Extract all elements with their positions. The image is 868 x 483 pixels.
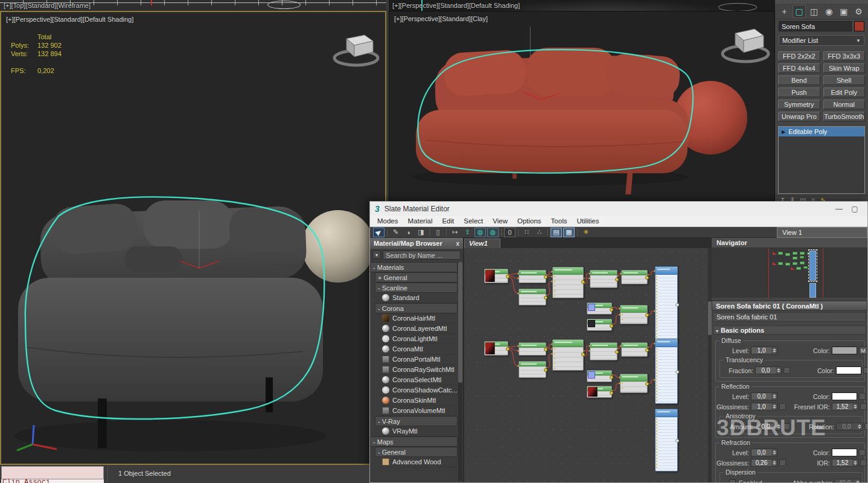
maxscript-listener-line[interactable]: Clip Associ <box>1 479 104 483</box>
spinner-arrows[interactable] <box>852 459 858 466</box>
navigator-node[interactable] <box>785 253 790 256</box>
modifier-button-symmetry[interactable]: Symmetry <box>778 100 820 109</box>
stack-item[interactable]: ▶Editable Poly <box>779 127 864 136</box>
map-node[interactable] <box>621 270 648 284</box>
configure-modifier-sets-icon[interactable]: ✎ <box>820 197 826 202</box>
map-node[interactable] <box>620 305 648 324</box>
input-slots[interactable] <box>656 348 657 402</box>
navigator-title[interactable]: Navigator <box>712 238 867 248</box>
navigator-node[interactable] <box>800 252 805 255</box>
sofa-object-clay[interactable] <box>411 46 773 194</box>
maximize-button[interactable]: ▢ <box>847 205 863 213</box>
modifier-button-push[interactable]: Push <box>778 88 820 97</box>
display-tab-icon[interactable]: ▣ <box>837 5 851 18</box>
search-options-dropdown[interactable]: ▼ <box>372 251 381 259</box>
top-viewport-label[interactable]: [+][Top][Standard][Wireframe] <box>4 2 91 9</box>
map-slot-button[interactable] <box>864 423 867 430</box>
viewport-label[interactable]: [+][Perspective][Standard][Default Shadi… <box>6 16 133 23</box>
spinner-field[interactable]: 1,0 <box>751 403 777 411</box>
search-input[interactable]: Search by Name ... <box>383 251 461 260</box>
tree-item[interactable]: CoronaRaySwitchMtl <box>380 365 458 375</box>
tree-item[interactable]: CoronaVolumeMtl <box>380 406 458 416</box>
navigator-minimap[interactable] <box>712 248 867 298</box>
spinner-arrows[interactable] <box>771 449 777 456</box>
menu-view[interactable]: View <box>488 217 512 225</box>
spinner-field[interactable]: 0,0 <box>755 423 782 430</box>
map-button[interactable]: M <box>859 347 867 354</box>
tree-item[interactable]: CoronaLayeredMtl <box>380 324 458 334</box>
window-titlebar[interactable]: 3 Slate Material Editor — ▢ <box>370 202 867 216</box>
menu-tools[interactable]: Tools <box>546 217 572 225</box>
map-node[interactable] <box>552 267 584 298</box>
material-id-channel-icon[interactable]: 0 <box>504 228 515 237</box>
map-slot-button[interactable] <box>860 403 867 410</box>
modifier-stack[interactable]: ▶Editable Poly <box>778 126 865 194</box>
put-to-library-icon[interactable]: ⇪ <box>462 228 473 237</box>
perspective-viewport-sliver[interactable]: [+][Perspective][Standard][Default Shadi… <box>389 0 775 11</box>
navigator-node[interactable] <box>773 262 777 265</box>
tree-item[interactable]: CoronaSkinMtl <box>380 395 458 406</box>
tree-item[interactable]: CoronaLightMtl <box>380 334 458 344</box>
map-node[interactable] <box>587 302 612 315</box>
tree-item[interactable]: Advanced Wood <box>380 457 458 467</box>
node-graph-canvas[interactable] <box>464 248 712 482</box>
browser-scrollbar[interactable] <box>458 262 462 481</box>
tree-item[interactable]: CoronaShadowCatc... <box>380 385 458 395</box>
expand-arrow-icon[interactable]: ▶ <box>782 129 785 135</box>
parameter-view-header[interactable]: View 1 <box>777 227 867 238</box>
map-node[interactable] <box>519 361 546 378</box>
input-slots[interactable] <box>656 418 657 470</box>
navigator-node[interactable] <box>803 266 808 269</box>
map-node[interactable] <box>519 342 546 356</box>
perspective-sliver-label[interactable]: [+][Perspective][Standard][Default Shadi… <box>392 2 520 9</box>
map-node[interactable] <box>590 270 617 288</box>
tree-item[interactable]: CoronaPortalMtl <box>380 354 458 365</box>
spinner-arrows[interactable] <box>855 479 860 482</box>
navigator-node[interactable] <box>778 252 783 255</box>
create-tab-icon[interactable]: + <box>777 5 791 18</box>
material-node[interactable] <box>655 266 678 342</box>
menu-options[interactable]: Options <box>512 217 546 225</box>
modifier-button-ffd-2x2x2[interactable]: FFD 2x2x2 <box>778 51 820 61</box>
spinner-field[interactable]: 0,26 <box>751 459 777 467</box>
map-node[interactable] <box>519 289 546 305</box>
close-icon[interactable]: x <box>456 240 459 247</box>
select-cursor-icon[interactable]: ▶ <box>373 228 385 237</box>
map-node[interactable] <box>484 269 508 283</box>
viewcube[interactable] <box>327 27 381 70</box>
map-slot-button[interactable] <box>779 403 786 410</box>
spinner-arrows[interactable] <box>771 393 777 400</box>
remove-modifier-icon[interactable]: ▯ <box>811 197 815 202</box>
material-name-field[interactable]: Soren Sofa fabric 01 <box>713 312 866 322</box>
spinner-arrows[interactable] <box>776 367 781 374</box>
material-node[interactable] <box>655 339 678 404</box>
tree-item[interactable]: VRayMtl <box>380 426 458 437</box>
parameter-editor-panel-icon[interactable]: ▤ <box>550 228 562 237</box>
map-node[interactable] <box>590 342 617 360</box>
material-node[interactable] <box>655 409 678 472</box>
show-shaded-map-icon[interactable]: ◍ <box>487 228 499 237</box>
navigator-node[interactable] <box>773 252 777 255</box>
navigator-node[interactable] <box>800 261 805 264</box>
map-slot-button[interactable] <box>860 459 867 466</box>
modifier-list-dropdown[interactable]: Modifier List▼ <box>779 35 864 46</box>
modifier-button-normal[interactable]: Normal <box>823 100 866 109</box>
spinner-arrows[interactable] <box>771 459 777 466</box>
spinner-field[interactable]: 1,52 <box>832 403 858 411</box>
tree-group[interactable]: - V-Ray <box>375 416 458 426</box>
spinner-arrows[interactable] <box>771 347 777 354</box>
layout-children-icon[interactable]: ∴ <box>534 228 545 237</box>
navigator-node[interactable] <box>793 257 797 260</box>
tree-item[interactable]: Standard <box>380 293 458 303</box>
preview-window-icon[interactable]: ◨ <box>415 228 427 237</box>
menu-modes[interactable]: Modes <box>372 217 403 225</box>
layout-all-vertical-icon[interactable]: ∷ <box>521 228 532 237</box>
menu-material[interactable]: Material <box>403 217 438 225</box>
tree-item[interactable]: CoronaSelectMtl <box>380 375 458 385</box>
object-color-swatch[interactable] <box>854 21 864 31</box>
modifier-button-ffd-4x4x4[interactable]: FFD 4x4x4 <box>778 63 820 73</box>
navigator-node[interactable] <box>793 262 797 265</box>
tree-group[interactable]: - General <box>375 447 458 457</box>
viewport-perspective-shaded[interactable]: [+][Perspective][Standard][Default Shadi… <box>0 11 386 465</box>
map-node[interactable] <box>621 342 648 357</box>
